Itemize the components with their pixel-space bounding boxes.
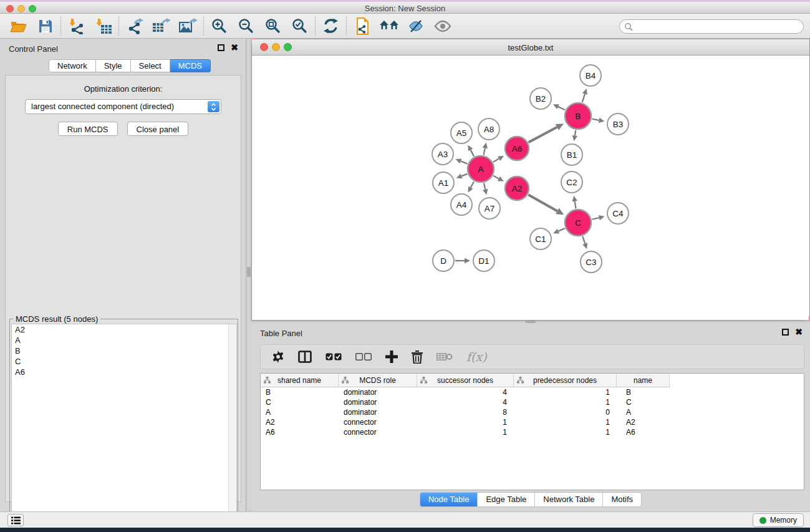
memory-button[interactable]: Memory	[753, 513, 804, 527]
graph-edge-A-A4[interactable]	[468, 181, 475, 192]
graph-node-B2[interactable]: B2	[530, 88, 551, 109]
table-row[interactable]: Bdominator41B	[261, 387, 804, 397]
result-item[interactable]: B	[12, 346, 236, 356]
import-network-button[interactable]	[63, 16, 90, 37]
tab-mcds[interactable]: MCDS	[170, 59, 211, 72]
column-header-predecessor-nodes[interactable]: predecessor nodes	[514, 374, 617, 387]
table-row[interactable]: A6connector11A6	[261, 427, 804, 437]
graph-node-C2[interactable]: C2	[561, 172, 582, 193]
graph-node-C[interactable]: C	[565, 210, 591, 236]
graph-edge-A2-C[interactable]	[528, 195, 564, 215]
graph-edge-A-A6[interactable]	[493, 156, 504, 162]
float-panel-icon[interactable]	[218, 44, 224, 51]
search-input[interactable]	[619, 19, 804, 34]
graph-edge-A6-B[interactable]	[529, 123, 564, 142]
close-panel-icon[interactable]: ✖	[231, 44, 238, 51]
zoom-in-button[interactable]	[206, 16, 233, 37]
close-panel-button[interactable]: Close panel	[127, 122, 189, 136]
graph-edge-A-A3[interactable]	[455, 158, 467, 163]
function-builder-button[interactable]: f(x)	[466, 350, 487, 364]
graph-edge-B-B2[interactable]	[553, 104, 565, 110]
graph-node-A3[interactable]: A3	[432, 143, 453, 165]
delete-column-button[interactable]	[412, 351, 423, 364]
tab-network[interactable]: Network	[49, 59, 96, 72]
optimization-criterion-select[interactable]: largest connected component (directed)	[25, 99, 221, 114]
float-panel-icon[interactable]	[782, 329, 789, 336]
table-row[interactable]: Adominator80A	[261, 407, 804, 417]
result-item[interactable]: A2	[12, 324, 236, 335]
column-header-name[interactable]: name	[617, 374, 670, 387]
table-settings-button[interactable]	[272, 351, 284, 363]
graph-edge-B-B1[interactable]	[572, 130, 577, 142]
graph-node-A[interactable]: A	[468, 156, 494, 182]
apply-layout-button[interactable]	[317, 16, 344, 37]
column-header-successor-nodes[interactable]: successor nodes	[417, 374, 514, 387]
graph-edge-D-D1[interactable]	[455, 258, 470, 263]
export-network-button[interactable]	[121, 16, 148, 37]
graph-edge-C-C3[interactable]	[582, 236, 587, 249]
graph-edge-A-A2[interactable]	[493, 176, 504, 181]
export-table-button[interactable]	[148, 16, 175, 37]
graph-edge-B-B4[interactable]	[582, 89, 587, 102]
tab-select[interactable]: Select	[131, 59, 170, 72]
create-column-button[interactable]	[385, 351, 398, 363]
export-image-button[interactable]	[175, 16, 201, 37]
hide-graphics-details-button[interactable]	[402, 16, 429, 37]
table-row[interactable]: Cdominator41C	[261, 397, 804, 407]
show-graphics-details-button[interactable]	[429, 16, 456, 37]
column-header-MCDS-role[interactable]: MCDS role	[339, 374, 417, 387]
network-canvas[interactable]: B4B2BB3A5A8A6A3B1AA1C2A2A4A7C4CC1C3DD1	[253, 56, 809, 320]
run-mcds-button[interactable]: Run MCDS	[58, 122, 118, 136]
tab-motifs[interactable]: Motifs	[603, 493, 641, 506]
graph-node-B3[interactable]: B3	[607, 114, 629, 135]
graph-edge-A-A7[interactable]	[483, 183, 488, 195]
graph-node-C3[interactable]: C3	[581, 251, 602, 273]
result-list-scrollbar[interactable]	[228, 324, 236, 530]
table-row[interactable]: A2connector11A2	[261, 417, 804, 427]
select-all-button[interactable]	[325, 353, 342, 360]
zoom-selected-button[interactable]	[286, 16, 313, 37]
close-panel-icon[interactable]: ✖	[795, 329, 803, 336]
tab-network-table[interactable]: Network Table	[535, 493, 603, 506]
graph-node-B4[interactable]: B4	[580, 65, 601, 86]
graph-node-A8[interactable]: A8	[478, 118, 499, 140]
save-session-button[interactable]	[32, 16, 59, 37]
graph-node-B1[interactable]: B1	[561, 144, 582, 165]
result-item[interactable]: A6	[12, 367, 236, 377]
graph-node-A7[interactable]: A7	[479, 198, 500, 219]
graph-node-B[interactable]: B	[565, 103, 591, 129]
graph-edge-A-A5[interactable]	[468, 145, 474, 156]
graph-node-A4[interactable]: A4	[451, 194, 472, 215]
graph-node-A1[interactable]: A1	[433, 172, 454, 193]
graph-node-D1[interactable]: D1	[473, 250, 494, 271]
graph-edge-C-C4[interactable]	[592, 215, 604, 220]
zoom-out-button[interactable]	[233, 16, 259, 37]
graph-edge-A-A8[interactable]	[483, 143, 488, 155]
graph-node-A5[interactable]: A5	[451, 122, 472, 143]
import-table-button[interactable]	[90, 16, 117, 37]
graph-node-A6[interactable]: A6	[505, 137, 529, 160]
graph-node-A2[interactable]: A2	[505, 177, 529, 200]
graph-edge-C-C2[interactable]	[572, 196, 577, 209]
tab-edge-table[interactable]: Edge Table	[478, 493, 535, 506]
deselect-all-button[interactable]	[355, 353, 372, 360]
graph-node-C1[interactable]: C1	[530, 228, 551, 249]
first-neighbors-button[interactable]	[375, 16, 402, 37]
zoom-fit-button[interactable]	[259, 16, 286, 37]
tab-style[interactable]: Style	[96, 59, 131, 72]
graph-edge-C-C1[interactable]	[553, 228, 565, 233]
tab-node-table[interactable]: Node Table	[420, 493, 478, 506]
graph-edge-B-B3[interactable]	[592, 118, 605, 123]
show-column-button[interactable]	[298, 351, 312, 363]
delete-table-button[interactable]	[436, 352, 453, 362]
splitpane-divider-handle[interactable]	[247, 267, 251, 277]
result-item[interactable]: A	[12, 335, 236, 346]
new-network-from-selection-button[interactable]	[349, 16, 375, 37]
graph-edge-A-A1[interactable]	[456, 173, 468, 178]
graph-node-C4[interactable]: C4	[607, 203, 629, 224]
task-history-button[interactable]	[7, 514, 24, 526]
open-session-button[interactable]	[5, 16, 32, 37]
graph-node-D[interactable]: D	[433, 250, 454, 271]
column-header-shared-name[interactable]: shared name	[261, 374, 339, 387]
result-item[interactable]: C	[12, 356, 236, 367]
